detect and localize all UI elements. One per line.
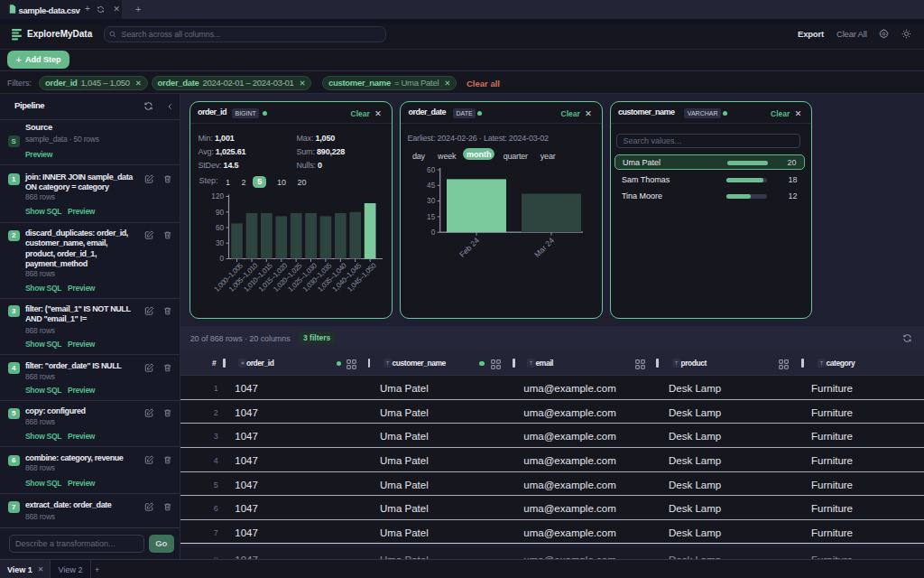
svg-text:30: 30 bbox=[427, 198, 436, 206]
svg-text:0: 0 bbox=[219, 256, 224, 264]
svg-text:15: 15 bbox=[427, 213, 436, 221]
svg-text:45: 45 bbox=[427, 182, 436, 190]
svg-text:30: 30 bbox=[216, 239, 225, 247]
svg-text:90: 90 bbox=[216, 209, 225, 217]
svg-text:Feb 24: Feb 24 bbox=[458, 236, 482, 259]
svg-text:0: 0 bbox=[431, 228, 436, 237]
svg-text:Mar 24: Mar 24 bbox=[533, 236, 557, 259]
svg-text:60: 60 bbox=[427, 166, 436, 174]
svg-text:60: 60 bbox=[216, 224, 225, 232]
svg-text:120: 120 bbox=[211, 193, 224, 201]
